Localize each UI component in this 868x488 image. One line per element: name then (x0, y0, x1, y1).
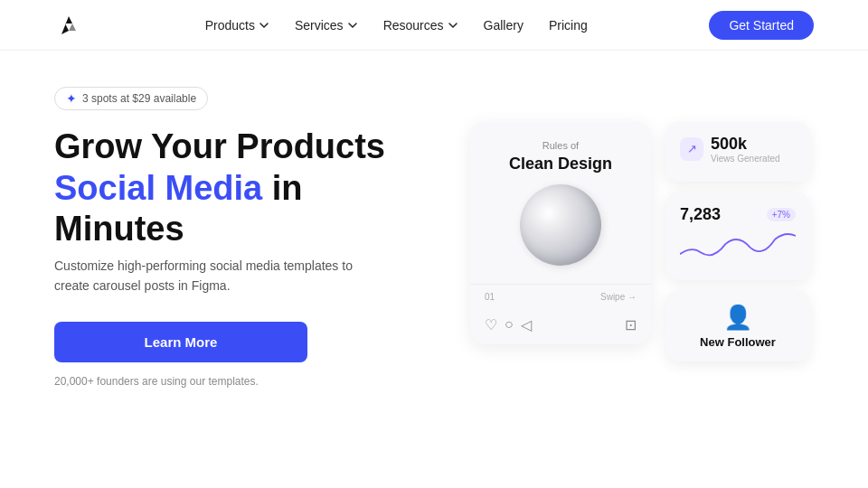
action-icons-left: ♡ ○ ◁ (485, 316, 532, 333)
chart-icon: ↗ (680, 137, 703, 161)
learn-more-button[interactable]: Learn More (54, 322, 307, 362)
nav-products[interactable]: Products (205, 18, 269, 33)
nav-gallery[interactable]: Gallery (484, 18, 524, 33)
page-number: 01 (485, 292, 495, 302)
social-proof-text: 20,000+ founders are using our templates… (54, 375, 434, 388)
count-badge: +7% (767, 208, 796, 221)
count-value: 7,283 (680, 205, 721, 224)
logo[interactable] (54, 11, 83, 40)
heading-highlight: Social Media (54, 169, 262, 207)
card-actions: ♡ ○ ◁ ⊡ (470, 309, 651, 344)
sphere-graphic (520, 184, 601, 266)
share-icon[interactable]: ◁ (521, 316, 532, 333)
follower-avatar-icon: 👤 (680, 304, 796, 332)
design-preview-card: Rules of Clean Design 01 Swipe → ♡ ○ ◁ ⊡ (470, 122, 651, 344)
hero-description: Customize high-performing social media t… (54, 256, 380, 296)
views-stat-box: ↗ 500k Views Generated (665, 122, 810, 182)
nav-links: Products Services Resources Gallery Pric… (205, 18, 588, 33)
follower-box: 👤 New Follower (665, 291, 810, 361)
card-footer: 01 Swipe → (470, 284, 651, 309)
nav-services[interactable]: Services (295, 18, 358, 33)
hero-left: ✦ 3 spots at $29 available Grow Your Pro… (54, 87, 434, 388)
mini-chart (680, 228, 796, 264)
card-title: Clean Design (485, 155, 637, 174)
svg-marker-0 (61, 16, 72, 34)
nav-pricing[interactable]: Pricing (549, 18, 588, 33)
count-stat-box: 7,283 +7% (665, 192, 810, 280)
bookmark-icon[interactable]: ⊡ (625, 316, 637, 333)
card-subtitle: Rules of (485, 140, 637, 151)
nav-resources[interactable]: Resources (383, 18, 458, 33)
views-label: Views Generated (711, 154, 780, 164)
swipe-label: Swipe → (600, 292, 637, 302)
badge-text: 3 spots at $29 available (82, 92, 196, 105)
heading-line1: Grow Your Products (54, 127, 385, 165)
follower-label: New Follower (680, 335, 796, 349)
svg-marker-1 (69, 23, 76, 31)
hero-section: ✦ 3 spots at $29 available Grow Your Pro… (0, 51, 868, 388)
stats-cards: ↗ 500k Views Generated 7,283 +7% (665, 122, 810, 361)
heart-icon[interactable]: ♡ (485, 316, 497, 333)
navbar: Products Services Resources Gallery Pric… (0, 0, 868, 51)
views-value: 500k (711, 135, 780, 154)
promo-badge: ✦ 3 spots at $29 available (54, 87, 208, 110)
hero-heading: Grow Your Products Social Media in Minut… (54, 127, 434, 250)
comment-icon[interactable]: ○ (505, 316, 514, 333)
badge-icon: ✦ (66, 91, 77, 106)
get-started-button[interactable]: Get Started (709, 11, 814, 40)
hero-cards: Rules of Clean Design 01 Swipe → ♡ ○ ◁ ⊡ (470, 122, 810, 361)
